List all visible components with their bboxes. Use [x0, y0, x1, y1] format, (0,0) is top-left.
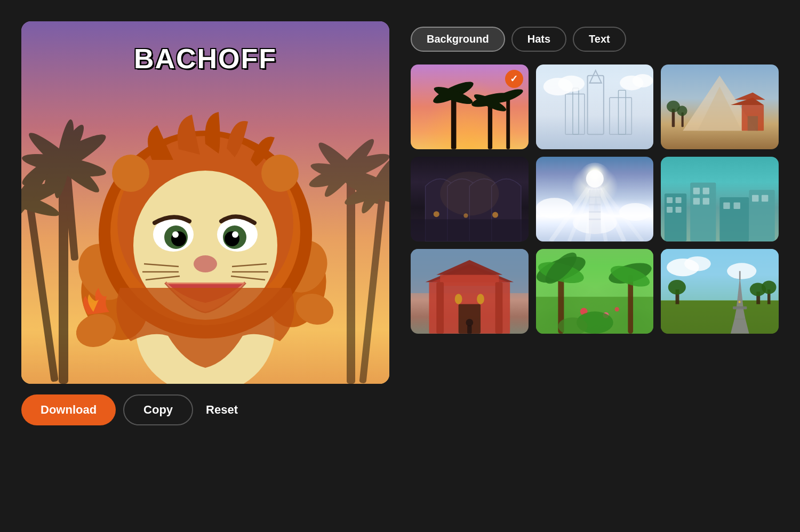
svg-point-123 [477, 294, 484, 304]
svg-rect-111 [752, 195, 758, 201]
svg-point-151 [762, 280, 777, 294]
left-panel: BACHOFF [21, 21, 389, 425]
tab-bar: Background Hats Text [411, 27, 779, 52]
svg-point-38 [232, 231, 238, 238]
bg-sunset-item[interactable]: ✓ [411, 65, 529, 149]
bg-eiffel-item[interactable] [661, 249, 779, 334]
bg-heaven-item[interactable] [536, 157, 654, 241]
bg-tropical-cartoon-item[interactable] [536, 249, 654, 334]
app-container: BACHOFF [0, 0, 800, 532]
svg-point-77 [440, 172, 499, 216]
thumbnail-jp-temple-icon [411, 249, 529, 334]
tab-hats[interactable]: Hats [511, 27, 566, 52]
svg-rect-117 [440, 275, 499, 286]
svg-rect-104 [703, 188, 709, 194]
svg-rect-59 [573, 88, 579, 134]
svg-point-158 [739, 301, 741, 303]
selected-badge: ✓ [505, 70, 523, 88]
svg-point-147 [668, 280, 686, 295]
svg-rect-51 [488, 101, 492, 149]
action-buttons: Download Copy Reset [21, 394, 389, 425]
thumbnail-temple-icon [411, 157, 529, 241]
bg-city-sketch-item[interactable] [536, 65, 654, 149]
svg-rect-112 [762, 195, 768, 201]
svg-point-65 [632, 74, 653, 87]
svg-rect-145 [661, 300, 779, 333]
svg-point-80 [492, 212, 498, 217]
thumbnail-city-icon [536, 65, 654, 149]
svg-rect-16 [359, 197, 386, 383]
svg-rect-54 [506, 98, 510, 149]
svg-rect-103 [693, 188, 700, 194]
svg-rect-98 [667, 197, 673, 203]
svg-rect-60 [610, 98, 631, 134]
svg-rect-56 [587, 76, 603, 134]
svg-point-89 [536, 198, 573, 219]
svg-point-88 [586, 170, 603, 188]
svg-point-125 [466, 319, 473, 326]
thumbnail-eiffel-icon [661, 249, 779, 334]
svg-point-39 [194, 255, 217, 272]
svg-marker-70 [734, 93, 765, 100]
copy-button[interactable]: Copy [123, 394, 193, 425]
bg-japanese-temple-item[interactable] [411, 249, 529, 334]
svg-point-78 [434, 211, 439, 217]
svg-rect-120 [436, 282, 444, 334]
svg-point-29 [112, 155, 149, 192]
svg-rect-71 [748, 116, 758, 131]
svg-point-30 [261, 155, 299, 192]
svg-rect-99 [676, 197, 682, 203]
svg-point-63 [558, 76, 585, 92]
svg-rect-48 [451, 94, 457, 149]
svg-rect-105 [693, 198, 700, 204]
bg-teal-city-item[interactable] [661, 157, 779, 241]
svg-point-138 [614, 307, 619, 311]
svg-rect-7 [27, 207, 59, 382]
svg-point-122 [455, 294, 462, 304]
svg-rect-11 [347, 181, 355, 384]
lion-character [67, 75, 344, 384]
background-grid: ✓ [411, 65, 779, 334]
thumbnail-tropical-icon [536, 249, 654, 334]
thumbnail-japan-icon [661, 65, 779, 149]
reset-button[interactable]: Reset [201, 396, 243, 424]
svg-rect-154 [733, 306, 747, 309]
svg-rect-61 [618, 90, 626, 134]
svg-rect-100 [667, 207, 673, 213]
svg-point-143 [684, 256, 711, 271]
download-button[interactable]: Download [21, 394, 116, 425]
bg-japan-aerial-item[interactable] [661, 65, 779, 149]
svg-rect-76 [411, 219, 529, 241]
svg-rect-101 [676, 207, 682, 213]
svg-point-144 [727, 263, 756, 279]
svg-rect-109 [734, 203, 740, 209]
svg-point-79 [463, 213, 468, 217]
thumbnail-teal-city-icon [661, 157, 779, 241]
preview-frame: BACHOFF [21, 21, 389, 384]
right-panel: Background Hats Text ✓ [411, 21, 779, 334]
preview-title: BACHOFF [134, 43, 277, 75]
thumbnail-heaven-icon [536, 157, 654, 241]
svg-point-34 [172, 231, 179, 238]
svg-point-90 [619, 203, 652, 221]
svg-marker-57 [589, 70, 601, 83]
svg-point-75 [677, 106, 687, 116]
svg-rect-106 [703, 198, 709, 204]
svg-rect-126 [467, 325, 471, 333]
tab-background[interactable]: Background [411, 27, 505, 52]
svg-rect-121 [495, 282, 503, 334]
svg-rect-108 [724, 203, 730, 209]
tab-text[interactable]: Text [573, 27, 626, 52]
svg-rect-58 [565, 94, 585, 134]
bg-dark-temple-item[interactable] [411, 157, 529, 241]
